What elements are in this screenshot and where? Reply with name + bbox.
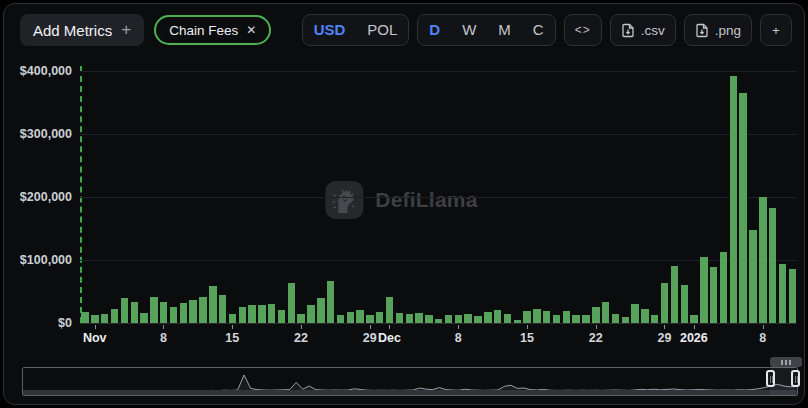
bar[interactable] (347, 312, 354, 323)
bar[interactable] (661, 283, 668, 323)
bar[interactable] (455, 315, 462, 323)
slider-rail (23, 390, 797, 395)
bar[interactable] (307, 305, 314, 323)
bar[interactable] (523, 311, 530, 323)
bar[interactable] (543, 311, 550, 323)
bar[interactable] (681, 285, 688, 323)
x-axis-tick (301, 325, 302, 329)
bar[interactable] (258, 305, 265, 323)
y-axis-label: $400,000 (6, 64, 72, 78)
bar[interactable] (749, 230, 756, 323)
x-axis-tick (370, 325, 371, 329)
bar[interactable] (376, 312, 383, 323)
bar[interactable] (317, 298, 324, 323)
bar[interactable] (720, 252, 727, 323)
bar[interactable] (671, 266, 678, 323)
bar[interactable] (209, 286, 216, 323)
zoom-handle-right[interactable] (791, 370, 800, 387)
bar[interactable] (131, 302, 138, 323)
bar[interactable] (278, 310, 285, 323)
x-axis-label: 8 (759, 331, 766, 345)
x-axis-label: 22 (589, 331, 603, 345)
bar[interactable] (356, 310, 363, 323)
bar[interactable] (425, 315, 432, 323)
bar[interactable] (189, 300, 196, 323)
gridline (80, 71, 797, 72)
gridline (80, 260, 797, 261)
bar[interactable] (602, 302, 609, 323)
bar[interactable] (121, 298, 128, 323)
x-axis-label: 29 (657, 331, 671, 345)
bar[interactable] (140, 313, 147, 323)
bar[interactable] (170, 307, 177, 323)
y-axis-label: $0 (6, 316, 72, 330)
bar[interactable] (199, 297, 206, 323)
bar[interactable] (572, 315, 579, 323)
bar[interactable] (779, 264, 786, 323)
x-axis-tick (232, 325, 233, 329)
bar[interactable] (248, 305, 255, 323)
bar[interactable] (366, 315, 373, 323)
bar[interactable] (612, 314, 619, 323)
bar[interactable] (337, 315, 344, 323)
x-axis-tick (163, 325, 164, 329)
bar[interactable] (631, 304, 638, 323)
bar[interactable] (641, 309, 648, 323)
bar[interactable] (435, 319, 442, 323)
bar[interactable] (494, 310, 501, 323)
bar[interactable] (91, 315, 98, 323)
bar[interactable] (268, 304, 275, 323)
bar[interactable] (474, 316, 481, 323)
bar[interactable] (514, 320, 521, 323)
bar[interactable] (111, 309, 118, 323)
bar[interactable] (651, 315, 658, 323)
fees-bar-chart: $0$100,000$200,000$300,000$400,000Nov815… (4, 4, 805, 405)
bar[interactable] (180, 303, 187, 323)
bar[interactable] (445, 315, 452, 323)
bar[interactable] (464, 314, 471, 323)
bar[interactable] (769, 208, 776, 323)
bar[interactable] (730, 76, 737, 323)
x-axis-label: 15 (225, 331, 239, 345)
bar[interactable] (690, 315, 697, 323)
zoom-range-label (770, 357, 802, 367)
bar[interactable] (710, 267, 717, 323)
bar[interactable] (386, 297, 393, 323)
x-axis-tick (694, 325, 695, 329)
bar[interactable] (415, 313, 422, 323)
x-axis-label: Dec (378, 331, 401, 345)
bar[interactable] (789, 269, 796, 323)
bar[interactable] (739, 93, 746, 323)
x-axis-tick (95, 325, 96, 329)
bar[interactable] (504, 314, 511, 323)
bar[interactable] (759, 197, 766, 323)
x-axis-tick (763, 325, 764, 329)
bar[interactable] (81, 312, 88, 323)
data-zoom-slider[interactable] (22, 367, 798, 396)
bar[interactable] (239, 307, 246, 323)
bar[interactable] (219, 295, 226, 323)
bar[interactable] (406, 314, 413, 323)
bar[interactable] (327, 281, 334, 323)
bar[interactable] (288, 283, 295, 323)
zoom-handle-left[interactable] (766, 370, 775, 387)
bar[interactable] (150, 297, 157, 323)
bar[interactable] (553, 315, 560, 323)
bar[interactable] (396, 313, 403, 323)
bar[interactable] (563, 311, 570, 323)
x-axis-label: 2026 (680, 331, 708, 345)
bar[interactable] (533, 309, 540, 323)
bar[interactable] (160, 302, 167, 323)
bar[interactable] (700, 257, 707, 323)
bar[interactable] (622, 317, 629, 323)
x-axis-label: 15 (520, 331, 534, 345)
bar[interactable] (484, 312, 491, 323)
bar[interactable] (297, 314, 304, 323)
bar[interactable] (101, 314, 108, 323)
gridline (80, 197, 797, 198)
bar[interactable] (229, 314, 236, 323)
x-axis-tick (527, 325, 528, 329)
x-axis-label: 22 (294, 331, 308, 345)
bar[interactable] (592, 307, 599, 323)
bar[interactable] (582, 315, 589, 323)
